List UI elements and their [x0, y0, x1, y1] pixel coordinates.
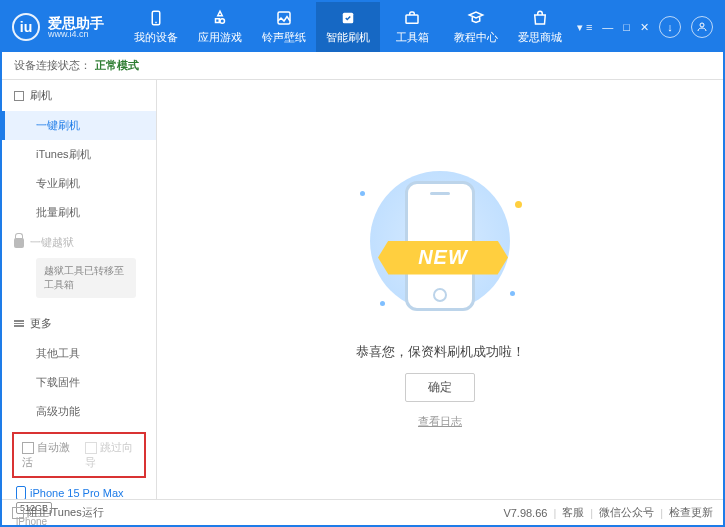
window-controls: ▾ ≡ — □ ✕ ↓	[577, 16, 713, 38]
sidebar-section-jailbreak: 一键越狱	[2, 227, 156, 258]
device-icon	[147, 9, 165, 27]
footer: 阻止iTunes运行 V7.98.66 | 客服 | 微信公众号 | 检查更新	[2, 499, 723, 525]
block-itunes-checkbox[interactable]: 阻止iTunes运行	[12, 505, 104, 520]
menu-icon[interactable]: ▾ ≡	[577, 21, 592, 34]
skip-wizard-checkbox[interactable]: 跳过向导	[85, 440, 136, 470]
sidebar-item-oneclick[interactable]: 一键刷机	[2, 111, 156, 140]
sidebar-item-batch[interactable]: 批量刷机	[2, 198, 156, 227]
update-link[interactable]: 检查更新	[669, 505, 713, 520]
success-illustration: NEW	[340, 151, 540, 331]
square-icon	[14, 91, 24, 101]
view-log-link[interactable]: 查看日志	[418, 414, 462, 429]
sidebar-item-othertools[interactable]: 其他工具	[2, 339, 156, 368]
status-mode: 正常模式	[95, 58, 139, 73]
nav-toolbox[interactable]: 工具箱	[380, 2, 444, 52]
apps-icon	[211, 9, 229, 27]
nav-store[interactable]: 爱思商城	[508, 2, 572, 52]
ok-button[interactable]: 确定	[405, 373, 475, 402]
app-url: www.i4.cn	[48, 30, 104, 39]
success-message: 恭喜您，保资料刷机成功啦！	[356, 343, 525, 361]
highlighted-options: 自动激活 跳过向导	[12, 432, 146, 478]
sidebar-item-pro[interactable]: 专业刷机	[2, 169, 156, 198]
account-button[interactable]	[691, 16, 713, 38]
new-ribbon: NEW	[378, 241, 508, 275]
sidebar-item-itunes[interactable]: iTunes刷机	[2, 140, 156, 169]
device-name: iPhone 15 Pro Max	[16, 486, 142, 500]
nav-tutorials[interactable]: 教程中心	[444, 2, 508, 52]
minimize-button[interactable]: —	[602, 21, 613, 33]
sidebar-item-download[interactable]: 下载固件	[2, 368, 156, 397]
svg-point-5	[700, 23, 704, 27]
main-content: NEW 恭喜您，保资料刷机成功啦！ 确定 查看日志	[157, 80, 723, 499]
menu-icon	[14, 320, 24, 327]
phone-icon	[16, 486, 26, 500]
nav-my-device[interactable]: 我的设备	[124, 2, 188, 52]
sidebar-item-advanced[interactable]: 高级功能	[2, 397, 156, 426]
maximize-button[interactable]: □	[623, 21, 630, 33]
nav-flash[interactable]: 智能刷机	[316, 2, 380, 52]
support-link[interactable]: 客服	[562, 505, 584, 520]
nav-apps[interactable]: 应用游戏	[188, 2, 252, 52]
nav-ringtones[interactable]: 铃声壁纸	[252, 2, 316, 52]
status-label: 设备连接状态：	[14, 58, 91, 73]
close-button[interactable]: ✕	[640, 21, 649, 34]
download-button[interactable]: ↓	[659, 16, 681, 38]
toolbox-icon	[403, 9, 421, 27]
jailbreak-note: 越狱工具已转移至工具箱	[36, 258, 136, 298]
logo[interactable]: iu 爱思助手 www.i4.cn	[12, 13, 104, 41]
wallpaper-icon	[275, 9, 293, 27]
svg-rect-4	[406, 15, 418, 23]
titlebar: iu 爱思助手 www.i4.cn 我的设备 应用游戏 铃声壁纸 智能刷机 工具…	[2, 2, 723, 52]
sidebar: 刷机 一键刷机 iTunes刷机 专业刷机 批量刷机 一键越狱 越狱工具已转移至…	[2, 80, 157, 499]
lock-icon	[14, 238, 24, 248]
wechat-link[interactable]: 微信公众号	[599, 505, 654, 520]
store-icon	[531, 9, 549, 27]
app-title: 爱思助手	[48, 16, 104, 30]
flash-icon	[339, 9, 357, 27]
main-nav: 我的设备 应用游戏 铃声壁纸 智能刷机 工具箱 教程中心 爱思商城	[124, 2, 577, 52]
tutorial-icon	[467, 9, 485, 27]
status-bar: 设备连接状态： 正常模式	[2, 52, 723, 80]
version-label: V7.98.66	[503, 507, 547, 519]
logo-icon: iu	[12, 13, 40, 41]
sidebar-section-more[interactable]: 更多	[2, 308, 156, 339]
sidebar-section-flash[interactable]: 刷机	[2, 80, 156, 111]
auto-activate-checkbox[interactable]: 自动激活	[22, 440, 73, 470]
